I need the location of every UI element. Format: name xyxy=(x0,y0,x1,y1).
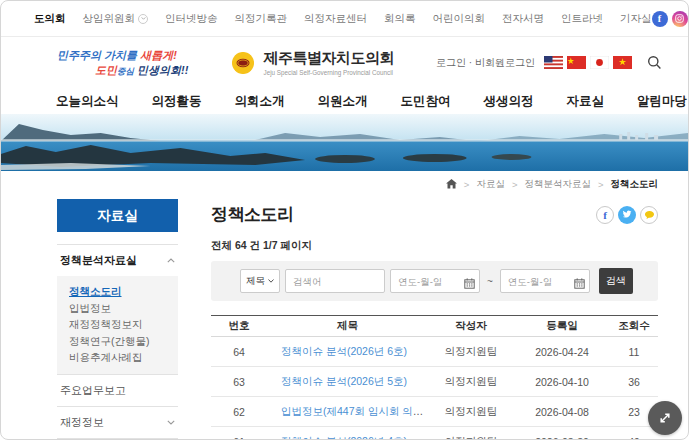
sidebar-item-fiscal-policy-journal[interactable]: 재정정책정보지 xyxy=(69,316,166,333)
row-author: 의정지원팀 xyxy=(428,435,514,440)
utility-link-minutes[interactable]: 회의록 xyxy=(384,12,416,26)
sidebar-item-legislation-info[interactable]: 입법정보 xyxy=(69,300,166,317)
sidebar-title: 자료실 xyxy=(57,199,178,232)
row-number: 64 xyxy=(211,346,267,358)
nav-item-notice[interactable]: 알림마당 xyxy=(637,93,687,110)
nav-item-activities[interactable]: 의정활동 xyxy=(152,93,202,110)
nav-item-live[interactable]: 생생의정 xyxy=(484,93,534,110)
row-date: 2026-04-10 xyxy=(514,376,610,388)
post-title-link[interactable]: 입법정보(제447회 임시회 의원발의 조례) xyxy=(281,405,428,417)
hero-banner-image xyxy=(1,114,688,171)
sidebar-item-policy-analysis[interactable]: 정책분석자료실 xyxy=(57,245,178,276)
sidebar-item-work-report[interactable]: 주요업무보고 xyxy=(57,375,178,406)
row-views: 11 xyxy=(610,346,658,358)
chevron-up-icon xyxy=(167,258,175,263)
board-table: 번호 제목 작성자 등록일 조회수 64 정책이슈 분석(2026년 6호) 의… xyxy=(211,315,658,440)
sidebar-submenu: 정책소도리 입법정보 재정정책정보지 정책연구(간행물) 비용추계사례집 xyxy=(57,276,178,374)
main-navigation: 오늘의소식 의정활동 의회소개 의원소개 도민참여 생생의정 자료실 알림마당 xyxy=(1,88,688,114)
breadcrumb: > 자료실 > 정책분석자료실 > 정책소도리 xyxy=(1,171,688,197)
table-row: 61 정책이슈 분석(2026년 4호) 의정지원팀 2026-03-30 49 xyxy=(211,427,658,440)
sidebar-section-fiscal-info: 재정정보 xyxy=(57,406,178,438)
breadcrumb-separator: > xyxy=(464,179,470,190)
table-row: 63 정책이슈 분석(2026년 5호) 의정지원팀 2026-04-10 36 xyxy=(211,367,658,397)
facebook-share-button[interactable]: f xyxy=(596,206,614,224)
search-icon[interactable] xyxy=(647,55,662,70)
breadcrumb-library[interactable]: 자료실 xyxy=(476,178,505,191)
chevron-down-icon xyxy=(167,420,175,425)
sidebar-item-policy-research[interactable]: 정책연구(간행물) xyxy=(69,333,166,350)
site-header: 민주주의 가치를 새롭게! 도민중심 민생의회!! 제주특별자치도의회 Jeju… xyxy=(1,37,688,88)
breadcrumb-separator: > xyxy=(598,179,604,190)
sidebar: 자료실 정책분석자료실 정책소도리 입법정보 재정정책정보지 정책연구(간행물)… xyxy=(57,199,178,440)
china-flag-icon[interactable] xyxy=(567,56,586,69)
login-links: 로그인 · 비회원로그인 xyxy=(436,56,535,70)
total-count-text: 전체 64 건 1/7 페이지 xyxy=(211,239,658,253)
site-title: 제주특별자치도의회 xyxy=(263,49,394,68)
row-number: 63 xyxy=(211,376,267,388)
nav-item-news[interactable]: 오늘의소식 xyxy=(56,93,119,110)
nav-item-about-council[interactable]: 의회소개 xyxy=(235,93,285,110)
breadcrumb-current: 정책소도리 xyxy=(611,178,659,191)
table-row: 62 입법정보(제447회 임시회 의원발의 조례) 의정지원팀 2026-04… xyxy=(211,397,658,427)
board-search-form: 제목 ~ 검색 xyxy=(211,261,658,301)
home-icon[interactable] xyxy=(446,179,457,189)
page-title: 정책소도리 xyxy=(211,203,294,226)
nav-item-members[interactable]: 의원소개 xyxy=(318,93,368,110)
board-header-row: 번호 제목 작성자 등록일 조회수 xyxy=(211,316,658,337)
post-title-link[interactable]: 정책이슈 분석(2026년 4호) xyxy=(281,435,407,440)
site-slogan: 민주주의 가치를 새롭게! 도민중심 민생의회!! xyxy=(57,48,188,77)
japan-flag-icon[interactable] xyxy=(590,56,609,69)
search-submit-button[interactable]: 검색 xyxy=(599,268,633,294)
post-title-link[interactable]: 정책이슈 분석(2026년 5호) xyxy=(281,375,407,387)
search-category-select[interactable]: 제목 xyxy=(240,269,280,293)
language-flags xyxy=(544,56,632,69)
page: 도의회 상임위원회 인터넷방송 의정기록관 의정자료센터 회의록 어린이의회 전… xyxy=(0,0,689,440)
utility-link-press[interactable]: 기자실 xyxy=(620,12,652,26)
guest-login-link[interactable]: 비회원로그인 xyxy=(475,57,535,68)
sidebar-item-policy-sodori[interactable]: 정책소도리 xyxy=(69,283,166,300)
login-link[interactable]: 로그인 xyxy=(436,57,466,68)
chevron-down-icon xyxy=(268,279,274,283)
sidebar-item-cost-estimation[interactable]: 비용추계사례집 xyxy=(69,349,166,366)
utility-link-esign[interactable]: 전자서명 xyxy=(502,12,544,26)
row-views: 49 xyxy=(610,436,658,440)
sidebar-section-work-report: 주요업무보고 xyxy=(57,374,178,406)
post-title-link[interactable]: 정책이슈 분석(2026년 6호) xyxy=(281,345,407,357)
utility-link-children[interactable]: 어린이의회 xyxy=(433,12,486,26)
site-subtitle: Jeju Special Self-Governing Provincial C… xyxy=(263,69,394,76)
row-number: 61 xyxy=(211,436,267,440)
search-keyword-input[interactable] xyxy=(285,269,385,293)
sidebar-section-policy-analysis: 정책분석자료실 정책소도리 입법정보 재정정책정보지 정책연구(간행물) 비용추… xyxy=(57,244,178,374)
breadcrumb-policy-room[interactable]: 정책분석자료실 xyxy=(524,178,591,191)
row-number: 62 xyxy=(211,406,267,418)
calendar-icon[interactable] xyxy=(464,275,475,293)
facebook-icon[interactable]: f xyxy=(652,11,668,27)
calendar-icon[interactable] xyxy=(574,275,585,293)
utility-link-records[interactable]: 의정기록관 xyxy=(235,12,288,26)
row-author: 의정지원팀 xyxy=(428,345,514,359)
utility-bar: 도의회 상임위원회 인터넷방송 의정기록관 의정자료센터 회의록 어린이의회 전… xyxy=(1,1,688,37)
utility-link-broadcast[interactable]: 인터넷방송 xyxy=(165,12,218,26)
breadcrumb-separator: > xyxy=(512,179,518,190)
expand-arrows-icon xyxy=(658,411,672,425)
utility-link-datacenter[interactable]: 의정자료센터 xyxy=(304,12,367,26)
row-views: 36 xyxy=(610,376,658,388)
main-panel: 정책소도리 f 전체 64 건 1/7 페이지 제목 xyxy=(211,199,658,440)
nav-item-participation[interactable]: 도민참여 xyxy=(401,93,451,110)
row-date: 2026-04-24 xyxy=(514,346,610,358)
twitter-share-button[interactable] xyxy=(618,206,636,224)
row-date: 2026-04-08 xyxy=(514,406,610,418)
sidebar-item-fiscal-info[interactable]: 재정정보 xyxy=(57,407,178,438)
sns-icon-group: f 가+ 가- xyxy=(652,11,689,27)
utility-link-intranet[interactable]: 인트라넷 xyxy=(561,12,603,26)
utility-link-council[interactable]: 도의회 xyxy=(34,12,66,26)
quick-menu-button[interactable] xyxy=(648,401,682,435)
site-logo[interactable]: 제주특별자치도의회 Jeju Special Self-Governing Pr… xyxy=(230,49,394,76)
nav-item-library[interactable]: 자료실 xyxy=(567,93,605,110)
usa-flag-icon[interactable] xyxy=(544,56,563,69)
utility-link-committees[interactable]: 상임위원회 xyxy=(83,12,149,26)
instagram-icon[interactable] xyxy=(672,11,688,27)
row-author: 의정지원팀 xyxy=(428,375,514,389)
vietnam-flag-icon[interactable] xyxy=(613,56,632,69)
kakao-share-button[interactable] xyxy=(640,206,658,224)
